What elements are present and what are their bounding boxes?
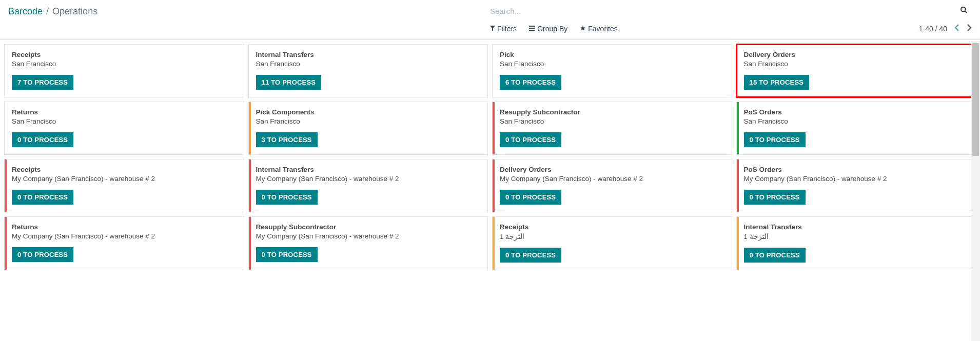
card-subtitle: My Company (San Francisco) - warehouse #… (12, 232, 237, 240)
card-stripe (249, 102, 251, 154)
svg-rect-3 (529, 26, 535, 27)
card-subtitle: San Francisco (12, 117, 237, 125)
pager-range: 1-40 (919, 25, 933, 33)
to-process-button[interactable]: 3 TO PROCESS (256, 132, 318, 147)
breadcrumb-root[interactable]: Barcode (8, 6, 43, 16)
card-stripe (493, 217, 495, 270)
breadcrumb-current: Operations (52, 6, 97, 16)
operation-card[interactable]: PickSan Francisco6 TO PROCESS (492, 44, 732, 97)
to-process-button[interactable]: 0 TO PROCESS (12, 247, 73, 262)
operation-card[interactable]: ReceiptsMy Company (San Francisco) - war… (4, 159, 244, 212)
svg-marker-6 (580, 26, 585, 31)
to-process-button[interactable]: 0 TO PROCESS (500, 132, 561, 147)
card-title: Receipts (12, 51, 237, 58)
groupby-label: Group By (537, 25, 567, 33)
operation-card[interactable]: Delivery OrdersMy Company (San Francisco… (492, 159, 732, 212)
card-stripe (5, 217, 7, 270)
to-process-button[interactable]: 0 TO PROCESS (12, 132, 73, 147)
card-subtitle: San Francisco (256, 117, 481, 125)
to-process-button[interactable]: 0 TO PROCESS (500, 248, 561, 263)
card-stripe (249, 217, 251, 270)
to-process-button[interactable]: 0 TO PROCESS (12, 190, 73, 205)
operation-card[interactable]: Resupply SubcontractorMy Company (San Fr… (248, 216, 488, 270)
card-stripe (737, 159, 739, 212)
groupby-button[interactable]: Group By (529, 25, 567, 33)
svg-rect-5 (529, 30, 535, 31)
card-subtitle: My Company (San Francisco) - warehouse #… (256, 232, 481, 240)
operation-card[interactable]: Delivery OrdersSan Francisco15 TO PROCES… (736, 44, 976, 97)
card-title: PoS Orders (744, 166, 969, 173)
card-title: Delivery Orders (500, 166, 724, 173)
svg-point-0 (961, 7, 966, 12)
pager-prev-button[interactable] (954, 24, 959, 33)
to-process-button[interactable]: 6 TO PROCESS (500, 75, 561, 90)
favorites-button[interactable]: Favorites (580, 25, 618, 33)
pager-total: 40 (939, 25, 947, 33)
to-process-button[interactable]: 0 TO PROCESS (744, 248, 806, 263)
vertical-scrollbar[interactable] (971, 41, 980, 274)
to-process-button[interactable]: 0 TO PROCESS (256, 190, 318, 205)
card-title: Receipts (500, 223, 724, 231)
card-subtitle: التزجة 1 (744, 232, 969, 240)
search-icon[interactable] (956, 4, 972, 17)
to-process-button[interactable]: 0 TO PROCESS (256, 247, 318, 262)
filters-button[interactable]: Filters (490, 25, 517, 33)
svg-rect-4 (529, 28, 535, 29)
pager-text[interactable]: 1-40 / 40 (919, 25, 947, 33)
star-icon (580, 25, 586, 32)
svg-line-1 (965, 11, 967, 13)
operation-card[interactable]: Internal Transfersالتزجة 10 TO PROCESS (736, 216, 976, 270)
operation-card[interactable]: ReturnsMy Company (San Francisco) - ware… (4, 216, 244, 270)
card-title: Internal Transfers (744, 223, 969, 231)
to-process-button[interactable]: 7 TO PROCESS (12, 75, 73, 90)
card-title: Internal Transfers (256, 51, 481, 58)
list-icon (529, 26, 535, 32)
filters-label: Filters (497, 25, 517, 33)
operation-card[interactable]: PoS OrdersMy Company (San Francisco) - w… (736, 159, 976, 212)
filter-icon (490, 26, 495, 32)
card-stripe (737, 217, 739, 270)
to-process-button[interactable]: 0 TO PROCESS (500, 190, 561, 205)
operation-card[interactable]: Internal TransfersSan Francisco11 TO PRO… (248, 44, 488, 97)
operation-card[interactable]: Resupply SubcontractorSan Francisco0 TO … (492, 102, 732, 155)
card-title: Resupply Subcontractor (500, 108, 724, 116)
card-stripe (493, 102, 495, 154)
operation-card[interactable]: Internal TransfersMy Company (San Franci… (248, 159, 488, 212)
card-title: Pick (500, 51, 724, 58)
to-process-button[interactable]: 0 TO PROCESS (744, 132, 806, 147)
kanban-grid: ReceiptsSan Francisco7 TO PROCESSInterna… (0, 40, 980, 274)
to-process-button[interactable]: 15 TO PROCESS (744, 75, 810, 90)
favorites-label: Favorites (588, 25, 618, 33)
card-stripe (493, 159, 495, 212)
card-subtitle: التزجة 1 (500, 232, 724, 240)
breadcrumb-separator: / (46, 6, 49, 16)
card-subtitle: My Company (San Francisco) - warehouse #… (12, 175, 237, 183)
to-process-button[interactable]: 11 TO PROCESS (256, 75, 322, 90)
card-subtitle: My Company (San Francisco) - warehouse #… (500, 175, 724, 183)
svg-marker-2 (490, 26, 495, 31)
card-stripe (249, 159, 251, 212)
card-stripe (5, 159, 7, 212)
search-input[interactable] (490, 5, 956, 17)
card-title: Delivery Orders (744, 51, 969, 58)
to-process-button[interactable]: 0 TO PROCESS (744, 190, 806, 205)
card-title: Resupply Subcontractor (256, 223, 481, 231)
operation-card[interactable]: Receiptsالتزجة 10 TO PROCESS (492, 216, 732, 270)
card-title: Internal Transfers (256, 166, 481, 173)
card-subtitle: San Francisco (500, 117, 724, 125)
card-subtitle: My Company (San Francisco) - warehouse #… (744, 175, 969, 183)
card-title: Pick Components (256, 108, 481, 116)
card-title: PoS Orders (744, 108, 969, 116)
operation-card[interactable]: ReceiptsSan Francisco7 TO PROCESS (4, 44, 244, 97)
pager-next-button[interactable] (967, 24, 972, 33)
card-title: Receipts (12, 166, 237, 173)
card-title: Returns (12, 108, 237, 116)
card-subtitle: My Company (San Francisco) - warehouse #… (256, 175, 481, 183)
scrollbar-thumb[interactable] (972, 43, 979, 156)
card-subtitle: San Francisco (744, 117, 969, 125)
operation-card[interactable]: ReturnsSan Francisco0 TO PROCESS (4, 102, 244, 155)
operation-card[interactable]: Pick ComponentsSan Francisco3 TO PROCESS (248, 102, 488, 155)
card-subtitle: San Francisco (744, 60, 969, 68)
card-subtitle: San Francisco (500, 60, 724, 68)
operation-card[interactable]: PoS OrdersSan Francisco0 TO PROCESS (736, 102, 976, 155)
